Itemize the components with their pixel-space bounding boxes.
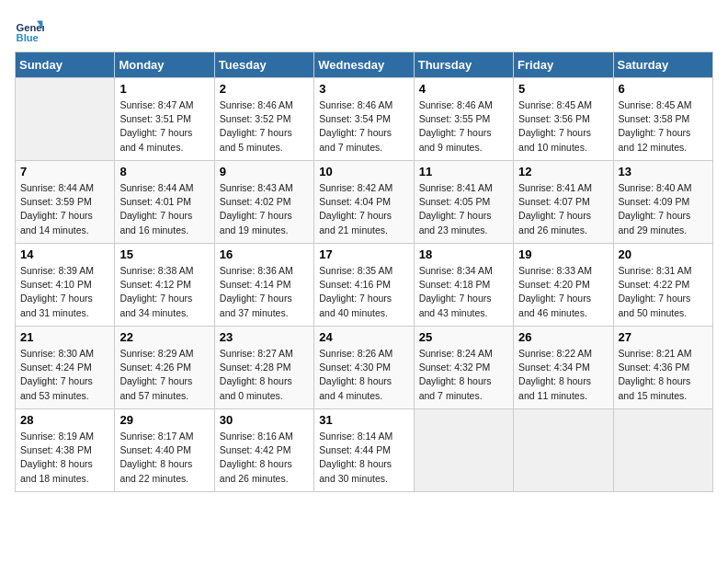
week-row-3: 14Sunrise: 8:39 AMSunset: 4:10 PMDayligh… xyxy=(16,244,713,327)
calendar-body: 1Sunrise: 8:47 AMSunset: 3:51 PMDaylight… xyxy=(16,78,713,492)
day-number: 27 xyxy=(619,330,708,344)
day-content: Sunrise: 8:47 AMSunset: 3:51 PMDaylight:… xyxy=(119,98,209,155)
calendar-cell: 5Sunrise: 8:45 AMSunset: 3:56 PMDaylight… xyxy=(514,78,613,161)
day-number: 26 xyxy=(518,330,608,344)
day-content: Sunrise: 8:44 AMSunset: 4:01 PMDaylight:… xyxy=(119,181,209,237)
calendar-cell: 3Sunrise: 8:46 AMSunset: 3:54 PMDaylight… xyxy=(314,78,414,161)
calendar-cell xyxy=(514,409,613,492)
calendar-cell: 23Sunrise: 8:27 AMSunset: 4:28 PMDayligh… xyxy=(214,327,313,409)
day-content: Sunrise: 8:24 AMSunset: 4:32 PMDaylight:… xyxy=(419,347,508,403)
calendar-cell: 4Sunrise: 8:46 AMSunset: 3:55 PMDaylight… xyxy=(414,78,513,161)
day-content: Sunrise: 8:45 AMSunset: 3:56 PMDaylight:… xyxy=(518,98,608,155)
day-number: 22 xyxy=(119,330,209,344)
day-content: Sunrise: 8:40 AMSunset: 4:09 PMDaylight:… xyxy=(619,181,708,237)
calendar-cell xyxy=(613,409,712,492)
day-number: 30 xyxy=(220,413,309,427)
day-content: Sunrise: 8:27 AMSunset: 4:28 PMDaylight:… xyxy=(220,347,309,403)
day-content: Sunrise: 8:41 AMSunset: 4:07 PMDaylight:… xyxy=(518,181,608,237)
day-number: 21 xyxy=(20,330,109,344)
day-number: 15 xyxy=(119,247,209,261)
calendar-cell: 24Sunrise: 8:26 AMSunset: 4:30 PMDayligh… xyxy=(314,327,414,409)
day-content: Sunrise: 8:44 AMSunset: 3:59 PMDaylight:… xyxy=(20,181,109,237)
week-row-2: 7Sunrise: 8:44 AMSunset: 3:59 PMDaylight… xyxy=(16,161,713,244)
day-number: 12 xyxy=(518,165,608,178)
logo: General Blue xyxy=(15,15,48,44)
calendar-table: SundayMondayTuesdayWednesdayThursdayFrid… xyxy=(15,52,713,492)
column-header-tuesday: Tuesday xyxy=(214,52,313,78)
day-number: 16 xyxy=(220,247,309,261)
day-content: Sunrise: 8:46 AMSunset: 3:54 PMDaylight:… xyxy=(319,98,408,155)
calendar-cell: 17Sunrise: 8:35 AMSunset: 4:16 PMDayligh… xyxy=(314,244,414,327)
week-row-4: 21Sunrise: 8:30 AMSunset: 4:24 PMDayligh… xyxy=(16,327,713,409)
day-number: 24 xyxy=(319,330,408,344)
svg-text:Blue: Blue xyxy=(17,32,39,43)
calendar-cell: 18Sunrise: 8:34 AMSunset: 4:18 PMDayligh… xyxy=(414,244,513,327)
logo-icon: General Blue xyxy=(15,15,44,44)
day-content: Sunrise: 8:31 AMSunset: 4:22 PMDaylight:… xyxy=(619,264,708,320)
calendar-cell: 6Sunrise: 8:45 AMSunset: 3:58 PMDaylight… xyxy=(613,78,712,161)
calendar-cell: 11Sunrise: 8:41 AMSunset: 4:05 PMDayligh… xyxy=(414,161,513,244)
day-content: Sunrise: 8:17 AMSunset: 4:40 PMDaylight:… xyxy=(119,430,209,486)
calendar-cell: 2Sunrise: 8:46 AMSunset: 3:52 PMDaylight… xyxy=(214,78,313,161)
column-header-saturday: Saturday xyxy=(613,52,712,78)
day-number: 17 xyxy=(319,247,408,261)
calendar-header: SundayMondayTuesdayWednesdayThursdayFrid… xyxy=(16,52,713,78)
day-number: 4 xyxy=(419,82,508,96)
column-header-thursday: Thursday xyxy=(414,52,513,78)
column-header-wednesday: Wednesday xyxy=(314,52,414,78)
day-number: 23 xyxy=(220,330,309,344)
calendar-cell: 1Sunrise: 8:47 AMSunset: 3:51 PMDaylight… xyxy=(115,78,214,161)
day-number: 6 xyxy=(619,82,708,96)
day-content: Sunrise: 8:46 AMSunset: 3:52 PMDaylight:… xyxy=(220,98,309,155)
day-content: Sunrise: 8:46 AMSunset: 3:55 PMDaylight:… xyxy=(419,98,508,155)
calendar-cell: 26Sunrise: 8:22 AMSunset: 4:34 PMDayligh… xyxy=(514,327,613,409)
day-number: 5 xyxy=(518,82,608,96)
day-number: 7 xyxy=(20,165,109,178)
day-number: 9 xyxy=(220,165,309,178)
calendar-cell: 20Sunrise: 8:31 AMSunset: 4:22 PMDayligh… xyxy=(613,244,712,327)
calendar-cell: 13Sunrise: 8:40 AMSunset: 4:09 PMDayligh… xyxy=(613,161,712,244)
day-content: Sunrise: 8:42 AMSunset: 4:04 PMDaylight:… xyxy=(319,181,408,237)
day-content: Sunrise: 8:14 AMSunset: 4:44 PMDaylight:… xyxy=(319,430,408,486)
day-content: Sunrise: 8:43 AMSunset: 4:02 PMDaylight:… xyxy=(220,181,309,237)
day-number: 2 xyxy=(220,82,309,96)
week-row-5: 28Sunrise: 8:19 AMSunset: 4:38 PMDayligh… xyxy=(16,409,713,492)
day-content: Sunrise: 8:22 AMSunset: 4:34 PMDaylight:… xyxy=(518,347,608,403)
day-content: Sunrise: 8:19 AMSunset: 4:38 PMDaylight:… xyxy=(20,430,109,486)
calendar-cell: 25Sunrise: 8:24 AMSunset: 4:32 PMDayligh… xyxy=(414,327,513,409)
calendar-cell: 31Sunrise: 8:14 AMSunset: 4:44 PMDayligh… xyxy=(314,409,414,492)
day-number: 19 xyxy=(518,247,608,261)
day-number: 10 xyxy=(319,165,408,178)
day-number: 29 xyxy=(119,413,209,427)
day-content: Sunrise: 8:41 AMSunset: 4:05 PMDaylight:… xyxy=(419,181,508,237)
day-number: 20 xyxy=(619,247,708,261)
calendar-cell: 14Sunrise: 8:39 AMSunset: 4:10 PMDayligh… xyxy=(16,244,115,327)
day-number: 25 xyxy=(419,330,508,344)
day-number: 11 xyxy=(419,165,508,178)
day-number: 3 xyxy=(319,82,408,96)
calendar-cell: 21Sunrise: 8:30 AMSunset: 4:24 PMDayligh… xyxy=(16,327,115,409)
calendar-cell: 16Sunrise: 8:36 AMSunset: 4:14 PMDayligh… xyxy=(214,244,313,327)
day-content: Sunrise: 8:39 AMSunset: 4:10 PMDaylight:… xyxy=(20,264,109,320)
day-number: 8 xyxy=(119,165,209,178)
day-number: 18 xyxy=(419,247,508,261)
day-content: Sunrise: 8:38 AMSunset: 4:12 PMDaylight:… xyxy=(119,264,209,320)
calendar-cell: 28Sunrise: 8:19 AMSunset: 4:38 PMDayligh… xyxy=(16,409,115,492)
day-content: Sunrise: 8:45 AMSunset: 3:58 PMDaylight:… xyxy=(619,98,708,155)
calendar-cell xyxy=(414,409,513,492)
calendar-cell: 30Sunrise: 8:16 AMSunset: 4:42 PMDayligh… xyxy=(214,409,313,492)
calendar-cell: 8Sunrise: 8:44 AMSunset: 4:01 PMDaylight… xyxy=(115,161,214,244)
day-content: Sunrise: 8:33 AMSunset: 4:20 PMDaylight:… xyxy=(518,264,608,320)
calendar-cell: 27Sunrise: 8:21 AMSunset: 4:36 PMDayligh… xyxy=(613,327,712,409)
day-content: Sunrise: 8:36 AMSunset: 4:14 PMDaylight:… xyxy=(220,264,309,320)
calendar-cell: 12Sunrise: 8:41 AMSunset: 4:07 PMDayligh… xyxy=(514,161,613,244)
day-number: 28 xyxy=(20,413,109,427)
calendar-cell: 10Sunrise: 8:42 AMSunset: 4:04 PMDayligh… xyxy=(314,161,414,244)
day-number: 1 xyxy=(119,82,209,96)
page-header: General Blue xyxy=(15,15,713,44)
day-content: Sunrise: 8:16 AMSunset: 4:42 PMDaylight:… xyxy=(220,430,309,486)
column-header-sunday: Sunday xyxy=(16,52,115,78)
day-content: Sunrise: 8:35 AMSunset: 4:16 PMDaylight:… xyxy=(319,264,408,320)
calendar-cell: 7Sunrise: 8:44 AMSunset: 3:59 PMDaylight… xyxy=(16,161,115,244)
calendar-cell: 29Sunrise: 8:17 AMSunset: 4:40 PMDayligh… xyxy=(115,409,214,492)
